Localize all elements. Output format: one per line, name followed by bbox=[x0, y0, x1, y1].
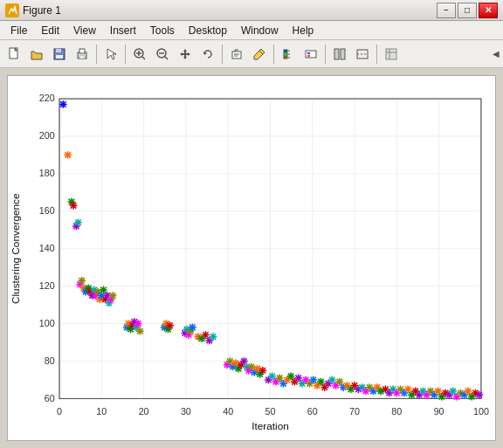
matlab-icon bbox=[5, 3, 19, 17]
svg-text:140: 140 bbox=[39, 243, 55, 253]
svg-text:0: 0 bbox=[57, 406, 62, 417]
toolbar-arrow[interactable]: ◀ bbox=[493, 49, 500, 59]
chart-container: 220 200 180 160 140 120 100 80 60 0 10 2… bbox=[7, 75, 496, 441]
insert-colorbar-button[interactable] bbox=[278, 44, 299, 65]
separator-2 bbox=[125, 45, 126, 64]
separator-6 bbox=[376, 45, 377, 64]
svg-text:50: 50 bbox=[265, 406, 275, 417]
svg-text:100: 100 bbox=[473, 406, 489, 417]
svg-rect-3 bbox=[56, 55, 63, 59]
window-title: Figure 1 bbox=[23, 4, 61, 17]
svg-text:Iteration: Iteration bbox=[252, 420, 289, 432]
svg-text:60: 60 bbox=[45, 393, 55, 403]
svg-text:10: 10 bbox=[96, 406, 107, 417]
svg-text:80: 80 bbox=[45, 355, 55, 366]
zoom-out-button[interactable] bbox=[152, 44, 173, 65]
insert-legend-button[interactable] bbox=[300, 44, 321, 65]
svg-line-8 bbox=[142, 57, 145, 59]
svg-rect-26 bbox=[341, 49, 345, 59]
arrow-tool[interactable] bbox=[100, 44, 121, 65]
main-area: 220 200 180 160 140 120 100 80 60 0 10 2… bbox=[0, 68, 503, 448]
svg-text:200: 200 bbox=[39, 130, 55, 141]
svg-rect-29 bbox=[386, 49, 396, 59]
toolbar: ◀ bbox=[0, 40, 503, 68]
svg-line-12 bbox=[165, 57, 168, 59]
svg-text:60: 60 bbox=[307, 406, 318, 417]
svg-rect-5 bbox=[79, 49, 85, 53]
separator-1 bbox=[96, 45, 97, 64]
titlebar: Figure 1 − □ ✕ bbox=[0, 0, 503, 21]
minimize-button[interactable]: − bbox=[437, 3, 456, 18]
svg-text:180: 180 bbox=[39, 168, 55, 178]
new-button[interactable] bbox=[3, 44, 24, 65]
save-button[interactable] bbox=[49, 44, 70, 65]
menu-insert[interactable]: Insert bbox=[103, 23, 143, 38]
svg-rect-18 bbox=[284, 50, 287, 59]
svg-text:160: 160 bbox=[39, 205, 55, 216]
menu-window[interactable]: Window bbox=[234, 23, 286, 38]
menu-help[interactable]: Help bbox=[286, 23, 321, 38]
menu-file[interactable]: File bbox=[3, 23, 34, 38]
svg-text:40: 40 bbox=[223, 406, 233, 417]
svg-rect-14 bbox=[232, 52, 241, 59]
svg-line-79 bbox=[7, 82, 10, 87]
menu-view[interactable]: View bbox=[66, 23, 103, 38]
plot-wrapper: 220 200 180 160 140 120 100 80 60 0 10 2… bbox=[0, 68, 503, 448]
svg-text:70: 70 bbox=[349, 406, 360, 417]
link-plots-button[interactable] bbox=[352, 44, 373, 65]
svg-text:90: 90 bbox=[434, 406, 444, 417]
print-button[interactable] bbox=[72, 44, 93, 65]
svg-rect-2 bbox=[56, 49, 61, 52]
datacursor-button[interactable] bbox=[226, 44, 247, 65]
window-controls: − □ ✕ bbox=[437, 3, 498, 18]
maximize-button[interactable]: □ bbox=[458, 3, 477, 18]
svg-rect-22 bbox=[306, 51, 316, 58]
svg-text:Clustering Convergence: Clustering Convergence bbox=[10, 193, 22, 304]
zoom-in-button[interactable] bbox=[129, 44, 150, 65]
brush-button[interactable] bbox=[249, 44, 270, 65]
menu-desktop[interactable]: Desktop bbox=[182, 23, 234, 38]
svg-text:120: 120 bbox=[39, 280, 55, 291]
separator-5 bbox=[325, 45, 326, 64]
svg-rect-25 bbox=[334, 49, 339, 59]
svg-rect-6 bbox=[79, 56, 85, 59]
menu-edit[interactable]: Edit bbox=[34, 23, 66, 38]
pan-button[interactable] bbox=[175, 44, 196, 65]
plot-tools-button[interactable] bbox=[329, 44, 350, 65]
rotate-button[interactable] bbox=[197, 44, 218, 65]
menubar: File Edit View Insert Tools Desktop Wind… bbox=[0, 21, 503, 40]
more-tools-button[interactable] bbox=[381, 44, 402, 65]
open-button[interactable] bbox=[26, 44, 47, 65]
titlebar-left: Figure 1 bbox=[5, 3, 61, 17]
svg-line-78 bbox=[7, 82, 10, 87]
svg-text:220: 220 bbox=[39, 93, 55, 103]
svg-text:100: 100 bbox=[39, 318, 55, 328]
menu-tools[interactable]: Tools bbox=[143, 23, 182, 38]
separator-4 bbox=[273, 45, 274, 64]
close-button[interactable]: ✕ bbox=[479, 3, 498, 18]
svg-text:30: 30 bbox=[181, 406, 191, 417]
svg-text:80: 80 bbox=[391, 406, 402, 417]
chart-svg: 220 200 180 160 140 120 100 80 60 0 10 2… bbox=[7, 75, 496, 441]
svg-text:20: 20 bbox=[139, 406, 149, 417]
separator-3 bbox=[222, 45, 223, 64]
